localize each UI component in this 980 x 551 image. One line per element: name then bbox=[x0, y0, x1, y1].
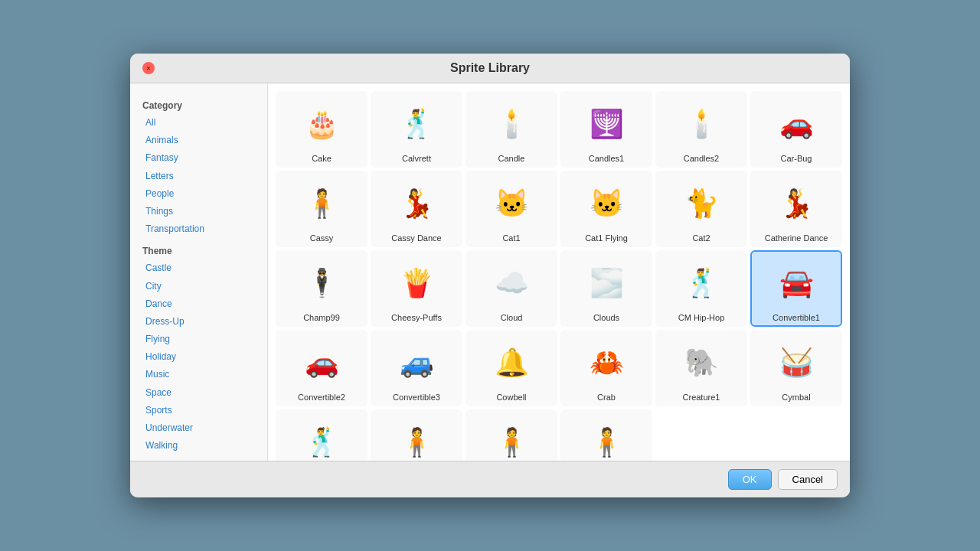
sprite-label: Convertible3 bbox=[393, 393, 440, 402]
sprite-item[interactable]: 🕺Calvrett bbox=[371, 91, 462, 168]
sprite-label: Convertible1 bbox=[773, 313, 820, 322]
sprite-item[interactable]: 🧍Dan bbox=[371, 409, 462, 461]
sprite-emoji: 🧍 bbox=[295, 177, 348, 230]
sprite-emoji: 🌫️ bbox=[580, 256, 633, 310]
sprite-label: Cassy bbox=[310, 233, 334, 243]
sprite-item[interactable]: 🦀Crab bbox=[560, 330, 652, 406]
sidebar-item-transportation[interactable]: Transportation bbox=[142, 220, 255, 238]
sidebar-item-dressup[interactable]: Dress-Up bbox=[142, 313, 255, 331]
sprite-emoji: 🕯️ bbox=[675, 97, 728, 151]
sprite-emoji: 🧍 bbox=[485, 416, 538, 461]
sidebar-item-sports[interactable]: Sports bbox=[142, 402, 255, 419]
sprite-label: Cowbell bbox=[496, 393, 526, 402]
cancel-button[interactable]: Cancel bbox=[778, 469, 838, 490]
sprite-emoji: 💃 bbox=[390, 177, 443, 230]
sidebar-item-city[interactable]: City bbox=[142, 278, 255, 295]
sprite-item[interactable]: 🌫️Clouds bbox=[560, 250, 652, 327]
dialog-title: Sprite Library bbox=[450, 61, 530, 75]
sidebar-item-letters[interactable]: Letters bbox=[142, 168, 255, 185]
sprite-item[interactable]: 🕺CM Hip-Hop bbox=[655, 250, 747, 327]
sprite-item[interactable]: ☁️Cloud bbox=[466, 250, 557, 327]
sprite-emoji: 🐘 bbox=[675, 336, 728, 390]
dialog-footer: OK Cancel bbox=[130, 461, 850, 497]
sprite-label: Cloud bbox=[501, 313, 523, 322]
sprite-item[interactable]: 🐈Cat2 bbox=[655, 171, 747, 247]
sprite-grid: 🎂Cake🕺Calvrett🕯️Candle🕎Candles1🕯️Candles… bbox=[276, 91, 842, 461]
sprite-emoji: 🕺 bbox=[675, 256, 728, 310]
sprite-label: Cassy Dance bbox=[391, 233, 441, 243]
sidebar-item-underwater[interactable]: Underwater bbox=[142, 419, 255, 437]
sprite-item[interactable]: 🕴️Champ99 bbox=[276, 250, 368, 327]
sidebar-item-things[interactable]: Things bbox=[142, 203, 255, 220]
sprite-emoji: 🕴️ bbox=[295, 256, 348, 310]
sprite-grid-container: 🎂Cake🕺Calvrett🕯️Candle🕎Candles1🕯️Candles… bbox=[268, 83, 850, 461]
sprite-emoji: 🕺 bbox=[390, 97, 443, 151]
sidebar-item-flying[interactable]: Flying bbox=[142, 331, 255, 348]
sprite-item[interactable]: 💃Catherine Dance bbox=[750, 171, 842, 247]
sprite-item[interactable]: 🧍Cassy bbox=[276, 171, 368, 247]
theme-section-title: Theme bbox=[142, 246, 255, 256]
category-section-title: Category bbox=[142, 100, 255, 111]
sidebar-item-music[interactable]: Music bbox=[142, 366, 255, 383]
sprite-label: Car-Bug bbox=[781, 154, 812, 163]
sprite-item[interactable]: 🧍Dee bbox=[560, 409, 652, 461]
sprite-item[interactable]: 🕯️Candle bbox=[466, 91, 557, 168]
sidebar-item-dance[interactable]: Dance bbox=[142, 295, 255, 313]
sprite-item[interactable]: 🚙Convertible3 bbox=[371, 330, 462, 406]
sprite-label: Candles1 bbox=[589, 154, 624, 163]
sprite-item[interactable]: 🕎Candles1 bbox=[560, 91, 652, 168]
sprite-emoji: 🚗 bbox=[769, 97, 823, 151]
sprite-emoji: 🐱 bbox=[485, 177, 538, 230]
sprite-emoji: ☁️ bbox=[485, 256, 538, 310]
sidebar-item-castle[interactable]: Castle bbox=[142, 259, 255, 277]
sprite-label: Cat1 bbox=[502, 233, 520, 243]
sprite-emoji: 🚗 bbox=[295, 336, 348, 390]
sprite-label: Cat2 bbox=[692, 233, 710, 243]
sprite-item[interactable]: 🚗Car-Bug bbox=[750, 91, 842, 168]
sprite-label: Candles2 bbox=[684, 154, 719, 163]
sprite-library-dialog: × Sprite Library Category All Animals Fa… bbox=[130, 54, 850, 497]
sprite-item[interactable]: 🕺D-Money Hip-Hop bbox=[276, 409, 368, 461]
sprite-label: Cheesy-Puffs bbox=[391, 313, 442, 322]
sidebar: Category All Animals Fantasy Letters Peo… bbox=[130, 83, 268, 461]
sprite-emoji: 🐈 bbox=[675, 177, 728, 230]
sprite-item[interactable]: 🚗Convertible2 bbox=[276, 330, 368, 406]
sprite-item[interactable]: 🍟Cheesy-Puffs bbox=[371, 250, 462, 327]
sprite-label: Catherine Dance bbox=[765, 233, 828, 243]
sidebar-item-animals[interactable]: Animals bbox=[142, 132, 255, 149]
ok-button[interactable]: OK bbox=[728, 469, 772, 490]
sprite-item[interactable]: 🎂Cake bbox=[276, 91, 368, 168]
sprite-item[interactable]: 🧍Dani bbox=[466, 409, 557, 461]
sidebar-item-walking[interactable]: Walking bbox=[142, 437, 255, 455]
sidebar-item-people[interactable]: People bbox=[142, 185, 255, 203]
sprite-emoji: 🐱 bbox=[580, 177, 633, 230]
close-button[interactable]: × bbox=[142, 62, 155, 74]
sprite-emoji: 🚙 bbox=[390, 336, 443, 390]
sidebar-item-holiday[interactable]: Holiday bbox=[142, 348, 255, 366]
sprite-label: Candle bbox=[498, 154, 525, 163]
dialog-body: Category All Animals Fantasy Letters Peo… bbox=[130, 83, 850, 461]
sprite-label: Champ99 bbox=[303, 313, 340, 322]
sprite-item[interactable]: 🕯️Candles2 bbox=[655, 91, 747, 168]
sprite-emoji: 🕯️ bbox=[485, 97, 538, 151]
sprite-emoji: 🦀 bbox=[580, 336, 633, 390]
sprite-emoji: 🕺 bbox=[295, 416, 348, 461]
sprite-label: Crab bbox=[597, 393, 616, 402]
sprite-emoji: 🍟 bbox=[390, 256, 443, 310]
sprite-label: CM Hip-Hop bbox=[678, 313, 725, 322]
sprite-item[interactable]: 🐘Creature1 bbox=[655, 330, 747, 406]
sprite-item[interactable]: 🚘Convertible1 bbox=[750, 250, 842, 327]
sprite-item[interactable]: 🐱Cat1 bbox=[466, 171, 557, 247]
sidebar-item-space[interactable]: Space bbox=[142, 384, 255, 402]
sprite-item[interactable]: 🥁Cymbal bbox=[750, 330, 842, 406]
sprite-item[interactable]: 💃Cassy Dance bbox=[371, 171, 462, 247]
sidebar-item-all[interactable]: All bbox=[142, 114, 255, 132]
sprite-label: Cymbal bbox=[782, 393, 810, 402]
sprite-emoji: 🔔 bbox=[485, 336, 538, 390]
sprite-label: Cat1 Flying bbox=[585, 233, 628, 243]
sprite-label: Creature1 bbox=[683, 393, 720, 402]
sprite-item[interactable]: 🐱Cat1 Flying bbox=[560, 171, 652, 247]
sprite-item[interactable]: 🔔Cowbell bbox=[466, 330, 557, 406]
sidebar-item-fantasy[interactable]: Fantasy bbox=[142, 149, 255, 167]
sprite-emoji: 🧍 bbox=[580, 416, 633, 461]
